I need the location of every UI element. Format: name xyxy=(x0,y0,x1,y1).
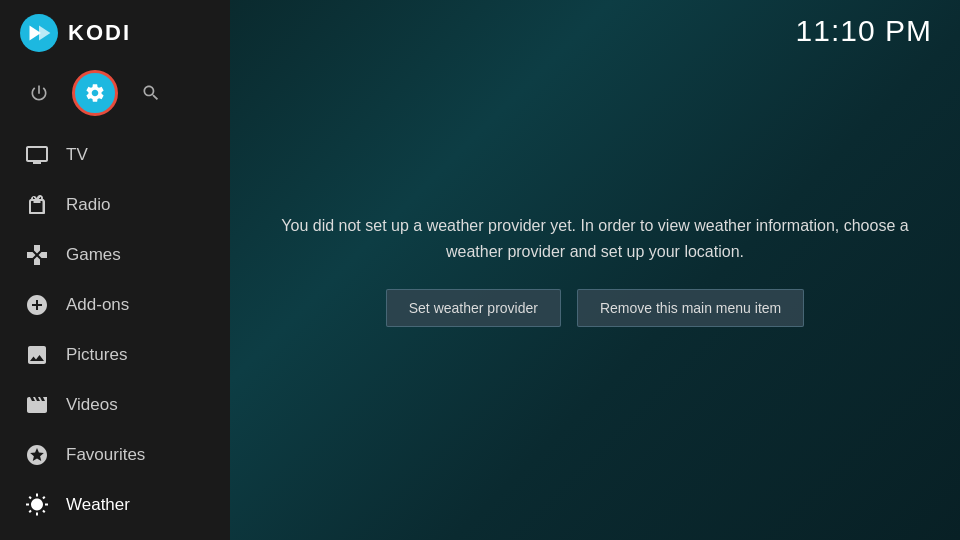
power-icon xyxy=(29,83,49,103)
favourites-icon xyxy=(24,442,50,468)
settings-icon xyxy=(84,82,106,104)
sidebar-label-radio: Radio xyxy=(66,195,110,215)
sidebar-label-weather: Weather xyxy=(66,495,130,515)
weather-icon xyxy=(24,492,50,518)
radio-icon xyxy=(24,192,50,218)
top-icons-bar xyxy=(0,66,230,126)
tv-icon xyxy=(24,142,50,168)
sidebar-label-favourites: Favourites xyxy=(66,445,145,465)
weather-action-buttons: Set weather provider Remove this main me… xyxy=(386,289,804,327)
sidebar-item-weather[interactable]: Weather xyxy=(0,480,230,530)
pictures-icon xyxy=(24,342,50,368)
clock-display: 11:10 PM xyxy=(796,14,932,48)
sidebar-label-pictures: Pictures xyxy=(66,345,127,365)
sidebar-item-pictures[interactable]: Pictures xyxy=(0,330,230,380)
sidebar-label-videos: Videos xyxy=(66,395,118,415)
search-icon xyxy=(141,83,161,103)
sidebar-item-tv[interactable]: TV xyxy=(0,130,230,180)
power-button[interactable] xyxy=(16,70,62,116)
sidebar-item-videos[interactable]: Videos xyxy=(0,380,230,430)
weather-message-text: You did not set up a weather provider ye… xyxy=(270,213,920,264)
sidebar-item-games[interactable]: Games xyxy=(0,230,230,280)
sidebar: KODI TV xyxy=(0,0,230,540)
sidebar-item-radio[interactable]: Radio xyxy=(0,180,230,230)
sidebar-label-addons: Add-ons xyxy=(66,295,129,315)
main-content: 11:10 PM You did not set up a weather pr… xyxy=(230,0,960,540)
nav-menu: TV Radio Games Add-ons P xyxy=(0,126,230,540)
sidebar-item-addons[interactable]: Add-ons xyxy=(0,280,230,330)
set-weather-provider-button[interactable]: Set weather provider xyxy=(386,289,561,327)
remove-menu-item-button[interactable]: Remove this main menu item xyxy=(577,289,804,327)
sidebar-item-favourites[interactable]: Favourites xyxy=(0,430,230,480)
addons-icon xyxy=(24,292,50,318)
settings-button[interactable] xyxy=(72,70,118,116)
weather-prompt-area: You did not set up a weather provider ye… xyxy=(230,0,960,540)
search-button[interactable] xyxy=(128,70,174,116)
videos-icon xyxy=(24,392,50,418)
games-icon xyxy=(24,242,50,268)
app-title: KODI xyxy=(68,20,131,46)
sidebar-label-games: Games xyxy=(66,245,121,265)
logo-bar: KODI xyxy=(0,0,230,66)
kodi-logo-icon xyxy=(20,14,58,52)
sidebar-label-tv: TV xyxy=(66,145,88,165)
